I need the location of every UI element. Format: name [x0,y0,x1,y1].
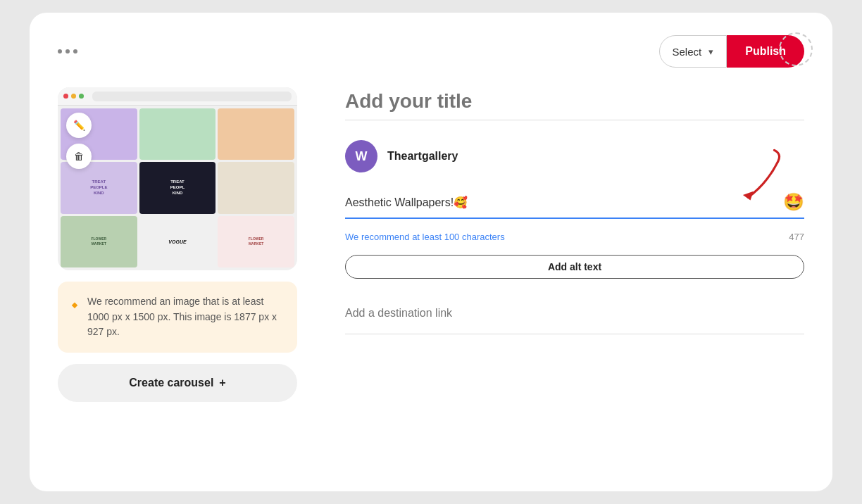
title-input[interactable] [345,87,804,120]
image-grid-container: TREATPEOPLEKIND TREATPEOPLKIND FLOWERMAR… [58,106,297,270]
pencil-icon: ✏️ [73,120,85,131]
char-hint-row: We recommend at least 100 characters 477 [345,232,804,242]
grid-cell-8: VOGUE [139,216,216,267]
image-grid: TREATPEOPLEKIND TREATPEOPLKIND FLOWERMAR… [61,108,294,267]
create-carousel-button[interactable]: Create carousel + [58,364,297,402]
char-count: 477 [789,232,804,242]
grid-cell-6 [218,162,294,213]
browser-dot-yellow [71,94,76,99]
more-options-button[interactable] [58,49,77,53]
dot-3 [73,49,77,53]
image-preview: TREATPEOPLEKIND TREATPEOPLKIND FLOWERMAR… [58,87,297,270]
avatar: W [345,140,377,172]
main-card: Select ▾ Publish [30,13,832,491]
browser-dot-green [79,94,84,99]
left-panel: TREATPEOPLEKIND TREATPEOPLKIND FLOWERMAR… [58,87,311,463]
plus-icon: + [219,377,225,389]
avatar-initial: W [356,149,368,164]
dot-2 [65,49,70,53]
alt-text-button[interactable]: Add alt text [345,255,804,279]
chevron-down-icon: ▾ [708,46,713,57]
warning-box: ⬥ We recommend an image that is at least… [58,282,297,353]
header: Select ▾ Publish [58,35,804,68]
edit-image-button[interactable]: ✏️ [66,113,92,138]
title-input-area [345,87,804,120]
body-content: TREATPEOPLEKIND TREATPEOPLKIND FLOWERMAR… [58,87,804,463]
grid-cell-7: FLOWERMARKET [61,216,137,267]
grid-cell-9: FLOWERMARKET [218,216,294,267]
description-section: Aesthetic Wallpapers!🥰 🤩 [345,192,804,219]
browser-url-bar [92,92,292,101]
profile-circle-placeholder [779,32,813,66]
grid-cell-2 [139,108,216,160]
warning-icon: ⬥ [70,296,79,312]
delete-image-button[interactable]: 🗑 [66,144,92,169]
username: Theartgallery [387,150,458,163]
svg-marker-0 [743,191,754,201]
grid-cell-3 [218,108,294,160]
browser-dot-red [63,94,68,99]
dot-1 [58,49,62,53]
right-panel: W Theartgallery Aesthetic Wallpapers!🥰 🤩 [345,87,804,463]
trash-icon: 🗑 [74,151,84,162]
select-label: Select [673,46,702,58]
warning-text: We recommend an image that is at least 1… [87,294,285,340]
red-arrow-indicator [699,146,790,206]
select-dropdown[interactable]: Select ▾ [659,35,727,68]
grid-cell-4: TREATPEOPLEKIND [61,162,137,213]
char-hint: We recommend at least 100 characters [345,232,505,242]
create-carousel-label: Create carousel [129,377,213,389]
grid-cell-5: TREATPEOPLKIND [139,162,216,213]
browser-bar [58,87,297,106]
destination-section [345,304,804,334]
image-overlay: ✏️ 🗑 [66,113,92,169]
destination-link-input[interactable] [345,304,804,327]
